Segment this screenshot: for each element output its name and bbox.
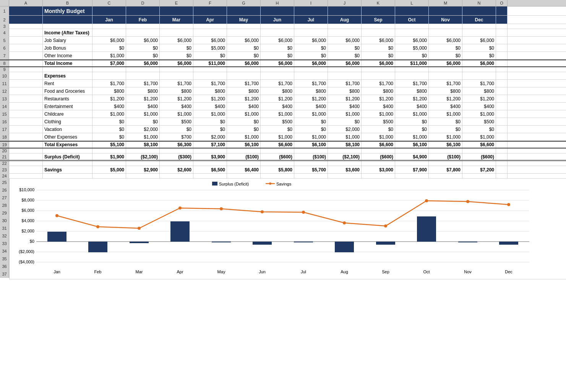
svg-text:$6,000: $6,000 <box>21 208 34 213</box>
row-num-21: 21 <box>0 153 9 160</box>
legend-surplus-label: Surplus (Deficit) <box>219 182 249 186</box>
bar-surplus-mar <box>130 242 149 243</box>
cell-2-aug: Aug <box>328 16 362 24</box>
col-header-i: H <box>261 0 294 6</box>
savings-dot-jan <box>55 214 58 217</box>
cell-5-nov: $6,000 <box>429 37 462 44</box>
bar-surplus-apr <box>170 221 190 242</box>
cell-1-i <box>261 6 294 15</box>
row-23: 23 Savings $5,000 $2,900 $2,600 $6,500 $… <box>0 166 566 174</box>
svg-text:$8,000: $8,000 <box>21 198 34 202</box>
cell-1-f <box>160 6 193 15</box>
row-num-34: 34 <box>0 247 9 255</box>
row-num-36: 36 <box>0 263 9 270</box>
cell-5-jul: $6,000 <box>294 37 328 44</box>
savings-dot-aug <box>343 221 346 224</box>
svg-text:Jun: Jun <box>259 269 266 274</box>
row-num-29: 29 <box>0 209 9 217</box>
cell-1-l <box>362 6 395 15</box>
row-num-35: 35 <box>0 255 9 263</box>
bar-surplus-feb <box>88 242 107 252</box>
cell-2-jan: Jan <box>92 16 126 24</box>
row-num-31: 31 <box>0 224 9 232</box>
spreadsheet: A B C D E F G H I J K L M N O 1 Monthly … <box>0 0 566 392</box>
row-1: 1 Monthly Budget <box>0 6 566 16</box>
bar-surplus-may <box>212 242 231 242</box>
col-header-m: L <box>395 0 429 6</box>
row-14: 14 Entertainment $400 $400 $400 $400 $40… <box>0 103 566 110</box>
cell-1-k <box>328 6 362 15</box>
bar-surplus-nov <box>458 242 477 242</box>
savings-dot-jul <box>302 211 305 214</box>
cell-5-mar: $6,000 <box>160 37 193 44</box>
row-2: 2 Jan Feb Mar Apr May Jun Jul Aug Sep Oc… <box>0 16 566 24</box>
col-header-k: J <box>328 0 362 6</box>
savings-dot-nov <box>466 200 469 203</box>
cell-1-e <box>126 6 160 15</box>
savings-dot-feb <box>96 225 99 228</box>
cell-2-b <box>9 16 43 24</box>
row-num-4: 4 <box>0 29 9 36</box>
row-num-33: 33 <box>0 240 9 247</box>
svg-text:Sep: Sep <box>382 269 389 274</box>
cell-1-p <box>496 6 508 15</box>
savings-dot-may <box>220 207 223 210</box>
cell-2-apr: Apr <box>193 16 227 24</box>
savings-dot-oct <box>425 199 428 202</box>
svg-text:$4,000: $4,000 <box>21 218 34 223</box>
cell-income-header: Income (After Taxes) <box>43 29 92 36</box>
row-num-37: 37 <box>0 270 9 278</box>
col-header-b: A <box>9 0 43 6</box>
row-22: 22 <box>0 161 566 166</box>
row-18: 18 Other Expenses $0 $1,000 $700 $2,000 … <box>0 133 566 141</box>
svg-text:Dec: Dec <box>505 269 512 274</box>
row-num-14: 14 <box>0 103 9 110</box>
row-11: 11 Rent $1,700 $1,700 $1,700 $1,700 $1,7… <box>0 80 566 87</box>
savings-line <box>57 201 509 228</box>
row-10: 10 Expenses <box>0 72 566 80</box>
bar-surplus-jun <box>253 242 272 245</box>
cell-title: Monthly Budget <box>43 6 92 15</box>
row-num-7: 7 <box>0 52 9 59</box>
row-num-17: 17 <box>0 126 9 133</box>
col-header-a <box>0 0 9 6</box>
col-header-c: B <box>43 0 92 6</box>
savings-dot-sep <box>384 224 387 227</box>
row-5: 5 Job Salary $6,000 $6,000 $6,000 $6,000… <box>0 37 566 44</box>
cell-5-may: $6,000 <box>227 37 261 44</box>
row-17: 17 Vacation $0 $2,000 $0 $0 $0 $0 $0 $2,… <box>0 126 566 133</box>
cell-7-label: Other Income <box>43 52 92 59</box>
cell-2-sep: Sep <box>362 16 395 24</box>
cell-5-oct: $6,000 <box>395 37 429 44</box>
svg-text:($4,000): ($4,000) <box>19 260 34 264</box>
svg-text:May: May <box>217 269 225 274</box>
svg-text:Mar: Mar <box>136 269 143 274</box>
row-num-18: 18 <box>0 133 9 140</box>
row-num-9: 9 <box>0 67 9 72</box>
row-7: 7 Other Income $1,000 $0 $0 $0 $0 $0 $0 … <box>0 52 566 60</box>
cell-1-m <box>395 6 429 15</box>
cell-1-b <box>9 6 43 15</box>
cell-1-o <box>462 6 496 15</box>
col-header-n: M <box>429 0 462 6</box>
row-num-12: 12 <box>0 87 9 95</box>
row-21: 21 Surplus (Deficit) $1,900 ($2,100) ($3… <box>0 153 566 161</box>
svg-text:Feb: Feb <box>94 269 102 274</box>
cell-1-j <box>294 6 328 15</box>
cell-2-p <box>496 16 508 24</box>
svg-text:Aug: Aug <box>341 269 348 274</box>
row-num-25: 25 <box>0 179 9 186</box>
savings-dot-jun <box>261 210 264 213</box>
cell-2-c <box>43 16 92 24</box>
cell-5-apr: $6,000 <box>193 37 227 44</box>
bar-surplus-oct <box>417 216 436 242</box>
row-num-5: 5 <box>0 37 9 44</box>
row-13: 13 Restaurants $1,200 $1,200 $1,200 $1,2… <box>0 95 566 103</box>
cell-1-g <box>193 6 227 15</box>
svg-text:Jan: Jan <box>54 269 60 274</box>
row-num-6: 6 <box>0 44 9 52</box>
svg-text:$2,000: $2,000 <box>21 229 34 233</box>
row-num-23: 23 <box>0 166 9 173</box>
chart-area: $10,000 $8,000 $6,000 $4,000 $2,000 $0 (… <box>9 179 566 279</box>
cell-2-may: May <box>227 16 261 24</box>
